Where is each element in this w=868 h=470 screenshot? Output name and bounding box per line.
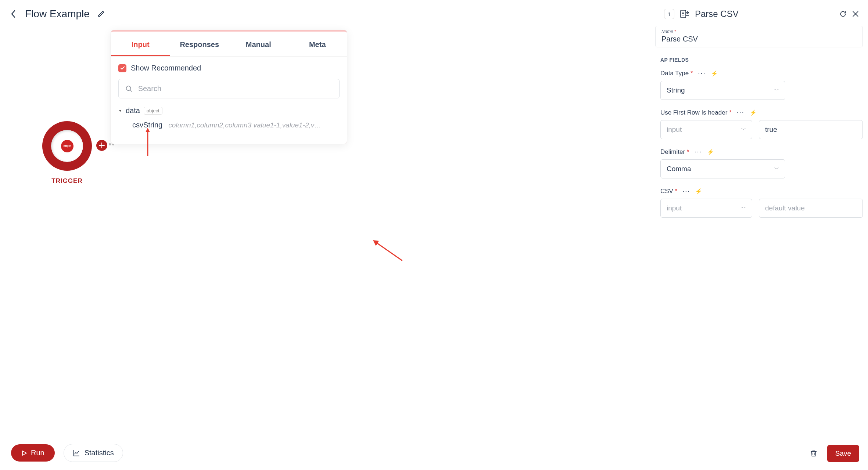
- delete-step-button[interactable]: [810, 449, 818, 458]
- trigger-node[interactable]: http:// TRIGGER: [42, 121, 92, 185]
- play-icon: [21, 450, 27, 456]
- tab-meta[interactable]: Meta: [288, 32, 347, 56]
- data-picker-panel: Input Responses Manual Meta Show Recomme…: [111, 30, 347, 144]
- data-tree: ▼ data object csvString column1,column2,…: [118, 106, 340, 129]
- tree-root-label: data: [126, 106, 140, 115]
- field-menu-button[interactable]: ···: [682, 187, 690, 195]
- delimiter-select[interactable]: Comma ﹀: [660, 159, 785, 178]
- bolt-icon: ⚡: [711, 70, 718, 77]
- tree-root-type-tag: object: [144, 107, 162, 115]
- show-recommended-checkbox[interactable]: [118, 64, 126, 72]
- section-title: AP FIELDS: [655, 57, 868, 63]
- svg-rect-3: [681, 10, 686, 18]
- step-number-badge: 1: [664, 9, 674, 19]
- trash-icon: [810, 449, 818, 458]
- step-title: Parse CSV: [695, 9, 834, 19]
- step-name-value: Parse CSV: [661, 35, 857, 43]
- tree-child-key: csvString: [132, 121, 162, 129]
- chevron-down-icon: ﹀: [741, 126, 746, 133]
- search-box[interactable]: [118, 79, 340, 98]
- search-icon: [125, 85, 133, 93]
- data-type-label: Data Type *: [660, 70, 693, 77]
- tab-responses[interactable]: Responses: [170, 32, 229, 56]
- step-name-field[interactable]: Name * Parse CSV: [655, 26, 863, 47]
- data-type-select[interactable]: String ﹀: [660, 81, 785, 100]
- tab-input[interactable]: Input: [111, 32, 170, 56]
- tab-manual[interactable]: Manual: [229, 32, 288, 56]
- check-icon: [120, 66, 125, 70]
- field-menu-button[interactable]: ···: [694, 148, 702, 156]
- reload-icon: [839, 10, 847, 18]
- search-input[interactable]: [138, 84, 333, 93]
- use-first-row-label: Use First Row Is header *: [660, 109, 732, 116]
- field-menu-button[interactable]: ···: [737, 109, 745, 116]
- bolt-icon: ⚡: [695, 188, 702, 195]
- caret-down-icon: ▼: [118, 109, 122, 113]
- statistics-button[interactable]: Statistics: [64, 444, 123, 462]
- use-first-row-source-select[interactable]: input ﹀: [660, 120, 752, 139]
- close-panel-button[interactable]: [852, 10, 859, 18]
- chevron-down-icon: ﹀: [774, 87, 779, 94]
- close-icon: [852, 10, 859, 18]
- chart-icon: [73, 449, 80, 457]
- chevron-down-icon: ﹀: [741, 205, 746, 212]
- data-picker-tabs: Input Responses Manual Meta: [111, 32, 347, 57]
- csv-value-input[interactable]: [759, 199, 863, 218]
- chevron-down-icon: ﹀: [774, 166, 779, 172]
- trigger-node-label: TRIGGER: [42, 177, 92, 185]
- tree-root-row[interactable]: ▼ data object: [118, 106, 340, 115]
- reload-button[interactable]: [839, 10, 847, 18]
- bolt-icon: ⚡: [707, 149, 714, 155]
- http-icon: http://: [61, 140, 73, 152]
- delimiter-label: Delimiter *: [660, 148, 689, 156]
- run-button[interactable]: Run: [11, 444, 55, 462]
- use-first-row-value-input[interactable]: [759, 120, 863, 139]
- step-name-label: Name: [661, 29, 673, 34]
- field-menu-button[interactable]: ···: [698, 69, 706, 77]
- bolt-icon: ⚡: [750, 109, 757, 116]
- step-config-panel: 1 Parse CSV Name * Parse CSV AP FIELDS D…: [655, 0, 868, 470]
- plus-icon: [99, 142, 105, 148]
- add-step-button[interactable]: [96, 140, 107, 151]
- csv-source-select[interactable]: input ﹀: [660, 199, 752, 218]
- tree-child-row[interactable]: csvString column1,column2,column3 value1…: [132, 121, 340, 129]
- csv-label: CSV *: [660, 188, 677, 195]
- parse-csv-icon: [679, 9, 690, 19]
- save-button[interactable]: Save: [827, 445, 859, 462]
- tree-child-value: column1,column2,column3 value1-1,value1-…: [168, 121, 323, 129]
- show-recommended-label: Show Recommended: [131, 64, 201, 72]
